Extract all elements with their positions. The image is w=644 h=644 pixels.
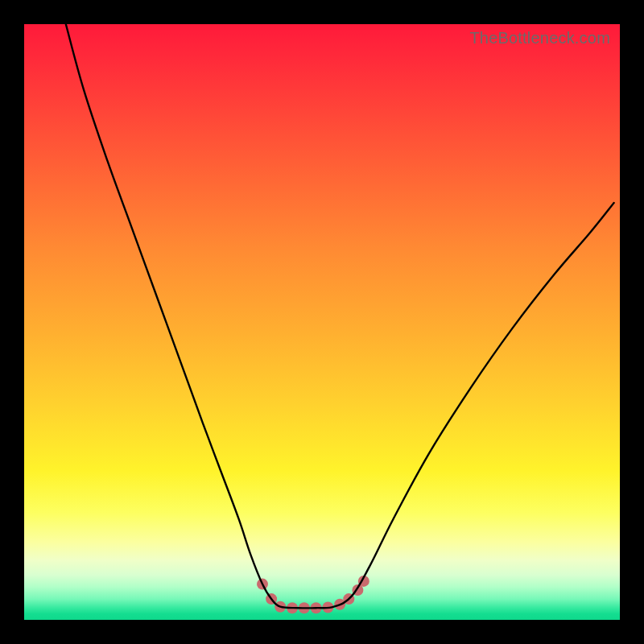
chart-frame: TheBottleneck.com	[0, 0, 644, 644]
bottleneck-curve	[66, 24, 614, 608]
curve-layer	[24, 24, 620, 620]
watermark-text: TheBottleneck.com	[469, 29, 610, 47]
plot-area: TheBottleneck.com	[24, 24, 620, 620]
